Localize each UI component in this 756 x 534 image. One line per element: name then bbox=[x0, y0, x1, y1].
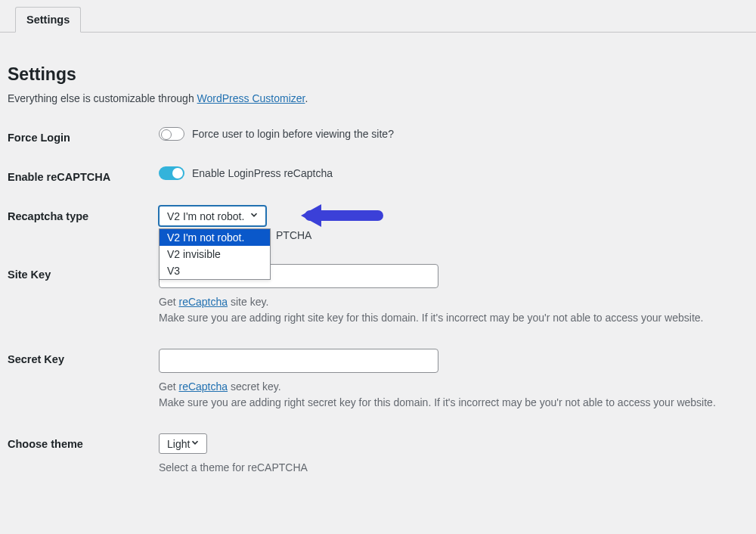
warning-site-key: Make sure you are adding right site key … bbox=[159, 312, 703, 324]
subtitle-suffix: . bbox=[305, 92, 308, 104]
select-recaptcha-type[interactable]: V2 I'm not robot. bbox=[159, 206, 266, 226]
tab-bar: Settings bbox=[0, 0, 756, 33]
recaptcha-site-key-link[interactable]: reCaptcha bbox=[178, 296, 228, 308]
label-recaptcha-type: Recaptcha type bbox=[8, 206, 159, 222]
select-theme-value: Light bbox=[167, 438, 190, 450]
settings-content: Settings Everything else is customizable… bbox=[0, 33, 756, 514]
desc-force-login: Force user to login before viewing the s… bbox=[192, 128, 394, 140]
toggle-enable-recaptcha-wrapper: Enable LoginPress reCaptcha bbox=[159, 166, 333, 180]
label-force-login: Force Login bbox=[8, 127, 159, 144]
control-enable-recaptcha: Enable LoginPress reCaptcha bbox=[159, 166, 748, 182]
warning-secret-key: Make sure you are adding right secret ke… bbox=[159, 396, 716, 408]
chevron-down-icon bbox=[249, 210, 259, 222]
chevron-down-icon bbox=[190, 437, 200, 450]
label-choose-theme: Choose theme bbox=[8, 433, 159, 450]
desc-enable-recaptcha: Enable LoginPress reCaptcha bbox=[192, 167, 333, 179]
toggle-enable-recaptcha[interactable] bbox=[159, 166, 184, 180]
dropdown-recaptcha-type: V2 I'm not robot. V2 invisible V3 bbox=[159, 228, 271, 280]
option-v2-invisible[interactable]: V2 invisible bbox=[160, 246, 270, 262]
help-site-key: Get reCaptcha site key. Make sure you ar… bbox=[159, 294, 748, 326]
row-force-login: Force Login Force user to login before v… bbox=[8, 127, 748, 144]
row-recaptcha-type: Recaptcha type V2 I'm not robot. PTCHA V… bbox=[8, 206, 748, 226]
page-title: Settings bbox=[8, 64, 748, 85]
select-recaptcha-type-value: V2 I'm not robot. bbox=[167, 210, 244, 222]
input-secret-key[interactable] bbox=[159, 349, 438, 373]
help-site-key-suffix: site key. bbox=[228, 296, 268, 308]
help-secret-key-prefix: Get bbox=[159, 380, 178, 393]
toggle-force-login-wrapper: Force user to login before viewing the s… bbox=[159, 127, 394, 141]
label-site-key: Site Key bbox=[8, 264, 159, 281]
control-recaptcha-type: V2 I'm not robot. PTCHA V2 I'm not robot… bbox=[159, 206, 748, 226]
tab-settings[interactable]: Settings bbox=[15, 7, 81, 33]
subtitle-prefix: Everything else is customizable through bbox=[8, 92, 197, 104]
help-secret-key: Get reCaptcha secret key. Make sure you … bbox=[159, 379, 748, 411]
select-theme[interactable]: Light bbox=[159, 433, 207, 454]
option-v3[interactable]: V3 bbox=[160, 262, 270, 279]
page-subtitle: Everything else is customizable through … bbox=[8, 92, 748, 104]
recaptcha-secret-key-link[interactable]: reCaptcha bbox=[178, 380, 228, 393]
obscured-text: PTCHA bbox=[276, 229, 311, 241]
control-force-login: Force user to login before viewing the s… bbox=[159, 127, 748, 143]
control-secret-key: Get reCaptcha secret key. Make sure you … bbox=[159, 349, 748, 411]
wordpress-customizer-link[interactable]: WordPress Customizer bbox=[197, 92, 305, 104]
control-choose-theme: Light Select a theme for reCAPTCHA bbox=[159, 433, 748, 476]
option-v2-not-robot[interactable]: V2 I'm not robot. bbox=[160, 229, 270, 246]
row-choose-theme: Choose theme Light Select a theme for re… bbox=[8, 433, 748, 476]
row-secret-key: Secret Key Get reCaptcha secret key. Mak… bbox=[8, 349, 748, 411]
toggle-force-login[interactable] bbox=[159, 127, 184, 141]
row-site-key: Site Key Get reCaptcha site key. Make su… bbox=[8, 264, 748, 326]
row-enable-recaptcha: Enable reCAPTCHA Enable LoginPress reCap… bbox=[8, 166, 748, 183]
label-enable-recaptcha: Enable reCAPTCHA bbox=[8, 166, 159, 183]
help-secret-key-suffix: secret key. bbox=[228, 380, 281, 393]
label-secret-key: Secret Key bbox=[8, 349, 159, 365]
help-theme: Select a theme for reCAPTCHA bbox=[159, 460, 748, 476]
help-site-key-prefix: Get bbox=[159, 296, 178, 308]
